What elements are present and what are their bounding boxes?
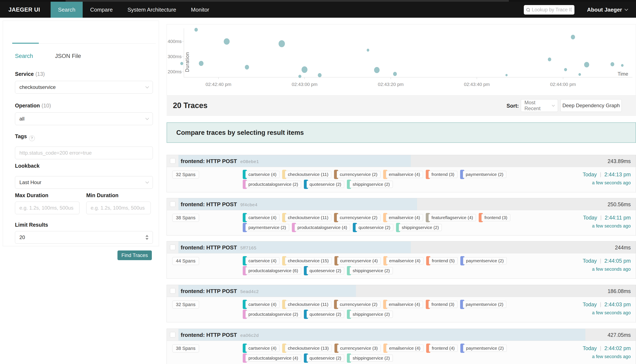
trace-duration: 186.08ms <box>607 288 631 294</box>
service-tag: quoteservice (2) <box>304 180 344 189</box>
trace-title-link[interactable]: frontend: HTTP POSTea06c2d <box>181 332 259 338</box>
service-tag: quoteservice (2) <box>353 223 393 232</box>
duration-scatter-chart[interactable]: Duration Time 200ms300ms400ms02:42:40 pm… <box>167 24 636 96</box>
service-tag-label: quoteservice (2) <box>306 181 344 188</box>
timestamp-separator: | <box>600 346 601 351</box>
trace-card-header: frontend: HTTP POST5ff7165244ms <box>167 242 636 254</box>
trace-title-link[interactable]: frontend: HTTP POST9f4cbe4 <box>181 201 257 208</box>
trace-scatter-point[interactable] <box>393 72 397 76</box>
trace-title-link[interactable]: frontend: HTTP POST5ff7165 <box>181 244 256 251</box>
help-icon[interactable]: ? <box>29 136 35 141</box>
service-tag-row: cartservice (4)checkoutservice (11)curre… <box>243 300 509 309</box>
trace-scatter-point[interactable] <box>194 28 198 32</box>
service-tag-label: emailservice (4) <box>386 257 423 264</box>
trace-scatter-point[interactable] <box>318 73 322 77</box>
tab-search[interactable]: Search <box>15 53 33 60</box>
limit-results-input[interactable]: 20 <box>15 231 153 244</box>
min-duration-input[interactable]: e.g. 1.2s, 100ms, 500us <box>86 202 151 214</box>
active-tab-underline <box>12 43 39 44</box>
service-tag: cartservice (4) <box>243 300 279 309</box>
trace-select-checkbox[interactable] <box>170 332 175 338</box>
nav-tab-monitor[interactable]: Monitor <box>184 2 217 18</box>
stepper-up-icon[interactable] <box>146 235 148 237</box>
y-tick-label: 300ms <box>167 54 182 60</box>
trace-title-link[interactable]: frontend: HTTP POSTe08ebe1 <box>181 158 259 164</box>
tab-json-file[interactable]: JSON File <box>55 53 81 60</box>
trace-scatter-point[interactable] <box>367 49 369 52</box>
trace-scatter-point[interactable] <box>301 66 307 73</box>
trace-result-card[interactable]: frontend: HTTP POSTe08ebe1243.89ms32 Spa… <box>167 155 636 192</box>
service-tag-label: currencyservice (2) <box>337 171 380 178</box>
trace-scatter-point[interactable] <box>621 64 623 67</box>
service-tag-label: shippingservice (2) <box>350 181 393 188</box>
service-select[interactable]: checkoutservice <box>15 81 153 94</box>
trace-lookup-input[interactable] <box>532 7 572 13</box>
service-tag-row: productcatalogservice (2)quoteservice (2… <box>243 310 396 319</box>
trace-scatter-point[interactable] <box>584 62 589 68</box>
about-jaeger-menu[interactable]: About Jaeger <box>587 6 627 13</box>
stepper-down-icon[interactable] <box>146 238 148 240</box>
find-traces-button[interactable]: Find Traces <box>117 250 152 260</box>
trace-scatter-point[interactable] <box>548 58 551 61</box>
trace-timestamp[interactable]: Today|2:44:13 pm <box>583 172 631 178</box>
app-logo[interactable]: JAEGER UI <box>0 2 51 18</box>
nav-tab-system-architecture[interactable]: System Architecture <box>120 2 183 18</box>
max-duration-input[interactable]: e.g. 1.2s, 100ms, 500us <box>15 202 80 214</box>
trace-scatter-point[interactable] <box>564 68 567 71</box>
trace-scatter-point[interactable] <box>298 75 301 78</box>
trace-result-card[interactable]: frontend: HTTP POST5ff7165244ms44 Spansc… <box>167 241 636 279</box>
service-tag-label: emailservice (4) <box>386 171 423 178</box>
trace-select-checkbox[interactable] <box>170 158 175 164</box>
operation-select[interactable]: all <box>15 112 153 125</box>
deep-dependency-graph-button[interactable]: Deep Dependency Graph <box>560 99 622 112</box>
window-top-strip-light <box>66 0 509 2</box>
service-tag-label: checkoutservice (11) <box>285 301 331 308</box>
trace-scatter-point[interactable] <box>278 40 285 47</box>
service-tag-label: currencyservice (2) <box>337 301 380 308</box>
trace-result-card[interactable]: frontend: HTTP POSTea06c2d427.05ms38 Spa… <box>167 328 636 364</box>
service-tag-row: cartservice (4)checkoutservice (13)curre… <box>243 344 509 353</box>
service-tag: quoteservice (2) <box>304 310 344 319</box>
nav-tab-search[interactable]: Search <box>51 2 83 18</box>
tags-placeholder: http.status_code=200 error=true <box>20 150 92 156</box>
trace-result-card[interactable]: frontend: HTTP POST9f4cbe4250.56ms38 Spa… <box>167 198 636 236</box>
service-tag: checkoutservice (11) <box>282 170 331 179</box>
service-tag: productcatalogservice (4) <box>292 223 350 232</box>
lookback-select[interactable]: Last Hour <box>15 176 153 189</box>
service-tag-label: shippingservice (2) <box>350 311 393 318</box>
trace-date: Today <box>583 172 597 178</box>
trace-select-checkbox[interactable] <box>170 288 175 294</box>
service-tag-row: paymentservice (2)productcatalogservice … <box>243 223 445 232</box>
trace-duration: 250.56ms <box>607 202 631 208</box>
trace-scatter-point[interactable] <box>224 38 230 45</box>
trace-select-checkbox[interactable] <box>170 202 175 207</box>
trace-select-checkbox[interactable] <box>170 244 175 250</box>
trace-timestamp[interactable]: Today|2:44:02 pm <box>583 345 631 351</box>
trace-title-link[interactable]: frontend: HTTP POST5ead4c2 <box>181 288 259 294</box>
lookback-select-value: Last Hour <box>20 180 41 185</box>
service-tag-label: shippingservice (2) <box>399 224 442 231</box>
top-navbar: JAEGER UI SearchCompareSystem Architectu… <box>0 2 636 18</box>
trace-card-header: frontend: HTTP POSTea06c2d427.05ms <box>167 329 636 341</box>
trace-scatter-point[interactable] <box>245 65 249 70</box>
trace-scatter-point[interactable] <box>199 61 203 66</box>
trace-scatter-point[interactable] <box>505 74 508 76</box>
number-stepper[interactable] <box>143 235 148 240</box>
trace-scatter-point[interactable] <box>571 35 575 40</box>
nav-tab-compare[interactable]: Compare <box>83 2 120 18</box>
trace-scatter-point[interactable] <box>578 73 581 76</box>
trace-timestamp[interactable]: Today|2:44:03 pm <box>583 302 631 308</box>
trace-scatter-point[interactable] <box>610 62 614 66</box>
trace-scatter-point[interactable] <box>374 67 380 73</box>
trace-lookup-box[interactable] <box>524 5 574 14</box>
sort-select[interactable]: Most Recent <box>521 99 558 112</box>
chevron-down-icon <box>624 7 628 11</box>
trace-timestamp[interactable]: Today|2:44:05 pm <box>583 258 631 264</box>
trace-date: Today <box>583 258 597 264</box>
trace-time-info: Today|2:44:13 pma few seconds ago <box>583 172 631 186</box>
x-tick-mark <box>391 77 391 79</box>
trace-result-card[interactable]: frontend: HTTP POST5ead4c2186.08ms32 Spa… <box>167 285 636 322</box>
tags-input[interactable]: http.status_code=200 error=true <box>15 146 153 159</box>
trace-scatter-point[interactable] <box>180 62 183 65</box>
trace-timestamp[interactable]: Today|2:44:11 pm <box>583 215 631 221</box>
